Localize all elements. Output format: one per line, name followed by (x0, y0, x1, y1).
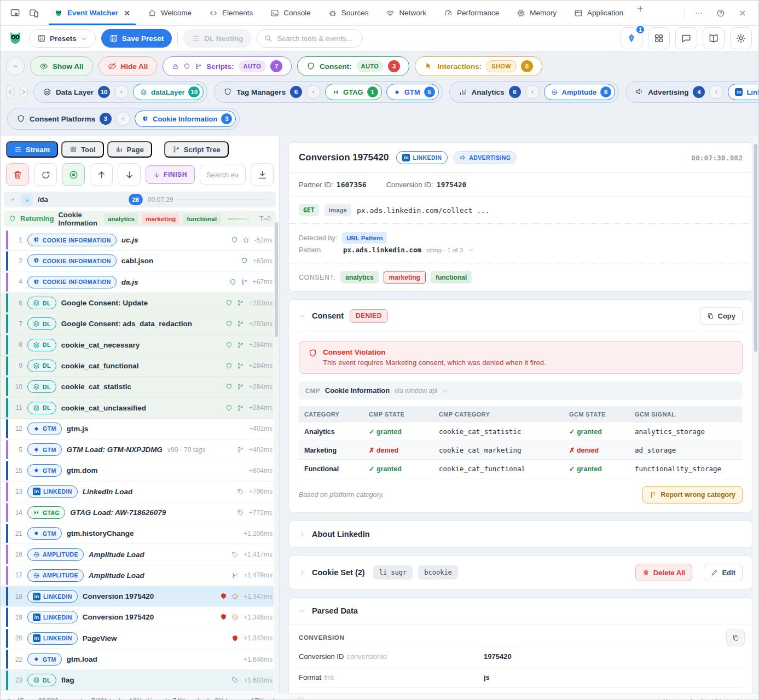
new-tab-button[interactable] (632, 1, 648, 17)
event-row[interactable]: 10DLcookie_cat_statistic+284ms (1, 377, 279, 397)
request-url[interactable]: px.ads.linkedin.com/collect ... (357, 206, 490, 215)
tab-page[interactable]: Page (107, 141, 152, 158)
event-row[interactable]: 2COOKIE INFORMATIONcabl.json+63ms (1, 251, 279, 271)
tools-search-input[interactable] (277, 34, 356, 43)
devtools-tab-console[interactable]: Console (262, 1, 320, 25)
events-search[interactable] (200, 165, 246, 184)
presets-button[interactable]: Presets (29, 29, 96, 48)
tab-script-tree[interactable]: Script Tree (164, 141, 229, 158)
promo-button[interactable]: 1 (621, 27, 642, 49)
show-all-button[interactable]: Show All (30, 56, 93, 76)
about-header[interactable]: About LinkedIn (289, 521, 752, 547)
refresh-button[interactable] (34, 163, 57, 186)
event-row[interactable]: 8DLcookie_cat_necessary+284ms (1, 334, 279, 355)
chevron-left-icon[interactable] (116, 112, 130, 126)
event-row[interactable]: 7DLGoogle Consent: ads_data_redaction+28… (1, 314, 279, 334)
chevron-down-icon[interactable] (299, 313, 306, 320)
devtools-tab-network[interactable]: Network (377, 1, 435, 25)
event-row[interactable]: 17AMPLITUDEAmplitude Load+1.479ms (1, 565, 279, 586)
feedback-button[interactable] (675, 27, 697, 49)
tool-group-tag-managers[interactable]: Tag Managers6GTAG1GTM5 (214, 81, 442, 103)
chevron-right-icon[interactable] (299, 569, 306, 576)
report-wrong-category-button[interactable]: Report wrong category (642, 486, 743, 504)
inspect-element-icon[interactable] (7, 5, 24, 21)
event-row[interactable]: 1COOKIE INFORMATIONuc.js-52ms (1, 230, 279, 251)
tool-pill-amplitude[interactable]: Amplitude6 (544, 84, 616, 100)
copy-button[interactable]: Copy (700, 307, 743, 325)
returning-visitor-row[interactable]: Returning Cookie Information analyticsma… (4, 211, 276, 227)
page-group-row[interactable]: /da 28 00:07:29 (4, 192, 276, 207)
devtools-tab-application[interactable]: Application (565, 1, 632, 25)
event-row[interactable]: 13inLINKEDINLinkedIn Load+796ms (1, 482, 279, 502)
clear-button[interactable] (6, 163, 29, 186)
dl-nesting-button[interactable]: DL Nesting (183, 29, 251, 48)
chevron-down-icon[interactable] (299, 608, 306, 615)
scroll-bottom-button[interactable] (118, 163, 141, 186)
event-row[interactable]: 23DLflag+1.683ms (1, 670, 279, 691)
docs-button[interactable] (703, 27, 725, 49)
tool-pill-linkedin[interactable]: inLinkedIn4 (728, 84, 759, 100)
event-row[interactable]: 9DLcookie_cat_functional+284ms (1, 356, 279, 377)
tool-group-data-layer[interactable]: Data Layer10dataLayer10 (33, 81, 207, 103)
consent-filter[interactable]: Consent: AUTO 3 (297, 56, 409, 76)
event-row[interactable]: 5GTMGTM Load: GTM-NXPJDMGv99 · 70 tags+4… (1, 439, 279, 460)
close-tab-icon[interactable]: ✕ (124, 9, 130, 18)
help-icon[interactable] (712, 5, 729, 21)
tool-pill-cookie-information[interactable]: Cookie Information3 (135, 111, 236, 127)
tool-group-consent-platforms[interactable]: Consent Platforms3Cookie Information3 (7, 108, 240, 130)
record-button[interactable] (62, 163, 85, 186)
detection-method-chip[interactable]: URL Pattern (342, 232, 387, 244)
save-preset-button[interactable]: Save Preset (101, 29, 172, 48)
tool-pill-gtag[interactable]: GTAG1 (325, 84, 382, 100)
chevron-down-icon[interactable] (468, 246, 475, 253)
groups-prev-button[interactable] (6, 85, 14, 99)
scripts-filter[interactable]: Scripts: AUTO 7 (163, 56, 292, 76)
tool-group-analytics[interactable]: Analytics6Amplitude6 (449, 81, 619, 103)
tab-tool[interactable]: Tool (61, 141, 103, 158)
device-toolbar-icon[interactable] (26, 5, 42, 21)
collapse-filters-button[interactable] (6, 57, 25, 76)
export-button[interactable] (251, 163, 274, 186)
tool-group-advertising[interactable]: Advertising4inLinkedIn4 (625, 81, 759, 103)
delete-all-cookies-button[interactable]: Delete All (635, 564, 693, 581)
cookie-pill-li_sugr[interactable]: li_sugr (373, 565, 413, 580)
detail-scrollbar[interactable] (753, 136, 758, 693)
edit-cookies-button[interactable]: Edit (704, 564, 743, 581)
devtools-tab-performance[interactable]: Performance (435, 1, 508, 25)
tab-stream[interactable]: Stream (6, 141, 58, 158)
event-row[interactable]: 21GTMgtm.historyChange+1.206ms (1, 523, 279, 544)
event-row[interactable]: 22GTMgtm.load+1.646ms (1, 649, 279, 670)
event-row[interactable]: 20inLINKEDINPageView+1.343ms (1, 628, 279, 649)
linkedin-badge[interactable]: inLINKEDIN (396, 151, 448, 164)
groups-next-button[interactable] (20, 85, 28, 99)
event-row[interactable]: 6DLGoogle Consent: Update+283ms (1, 293, 279, 314)
tool-pill-gtm[interactable]: GTM5 (386, 84, 439, 100)
event-row[interactable]: 12GTMgtm.js+402ms (1, 419, 279, 439)
stream-scrollbar[interactable] (274, 220, 279, 693)
tools-search[interactable] (257, 29, 363, 48)
interactions-filter[interactable]: Interactions: SHOW 0 (415, 56, 542, 76)
cmp-row[interactable]: CMP Cookie Information via window api (299, 381, 743, 400)
more-menu-icon[interactable] (691, 5, 707, 21)
events-search-input[interactable] (206, 171, 239, 179)
chevron-left-icon[interactable] (525, 85, 540, 99)
consent-mode[interactable]: AUTO (356, 60, 384, 72)
scripts-mode[interactable]: AUTO (239, 60, 266, 72)
devtools-tab-event-watcher[interactable]: Event Watcher✕ (45, 1, 139, 25)
event-row[interactable]: 16AMPLITUDEAmplitude Load+1.417ms (1, 544, 279, 565)
event-row[interactable]: 4COOKIE INFORMATIONda.js+67ms (1, 272, 279, 293)
finish-button[interactable]: FINISH (146, 165, 195, 184)
chevron-left-icon[interactable] (306, 85, 321, 99)
feedback-link[interactable]: Have any feedback? Let us know (663, 698, 752, 700)
chevron-left-icon[interactable] (709, 85, 723, 99)
scroll-top-button[interactable] (90, 163, 113, 186)
event-row[interactable]: 18inLINKEDINConversion 1975420+1.347ms (1, 586, 279, 607)
devtools-tab-memory[interactable]: Memory (508, 1, 565, 25)
devtools-tab-welcome[interactable]: Welcome (139, 1, 200, 25)
devtools-tab-elements[interactable]: Elements (200, 1, 262, 25)
cookie-pill-bcookie[interactable]: bcookie (418, 565, 458, 580)
event-row[interactable]: 11DLcookie_cat_unclassified+284ms (1, 397, 279, 418)
settings-button[interactable] (730, 27, 752, 49)
devtools-tab-sources[interactable]: Sources (320, 1, 378, 25)
close-devtools-icon[interactable] (734, 5, 751, 21)
